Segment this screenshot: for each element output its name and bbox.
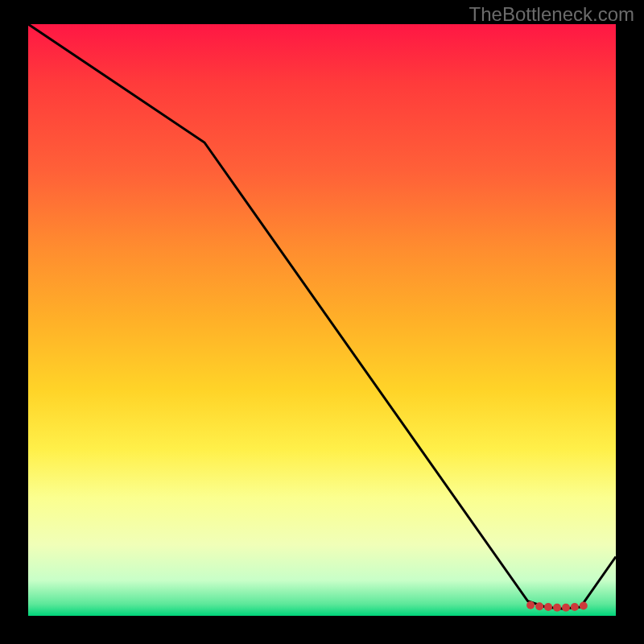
- chart-line: [28, 24, 616, 609]
- chart-marker: [535, 602, 543, 610]
- chart-marker: [562, 604, 570, 612]
- chart-marker: [544, 603, 552, 611]
- chart-svg: [28, 24, 616, 616]
- plot-area: [28, 24, 616, 616]
- chart-marker: [571, 603, 579, 611]
- chart-marker: [580, 602, 588, 610]
- chart-frame: TheBottleneck.com: [0, 0, 644, 644]
- chart-marker: [526, 601, 535, 609]
- watermark-label: TheBottleneck.com: [469, 3, 634, 26]
- chart-marker: [553, 604, 561, 612]
